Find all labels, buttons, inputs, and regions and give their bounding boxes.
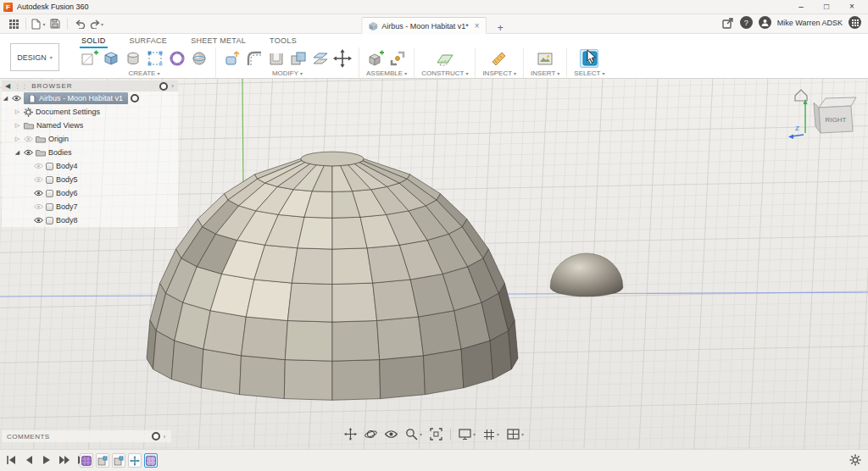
extensions-icon[interactable] [722,17,734,29]
document-icon [29,95,36,103]
tree-item-body6[interactable]: Body6 [2,186,178,200]
combine-icon[interactable] [289,49,308,68]
eye-icon[interactable] [34,217,43,224]
tree-item-named-views[interactable]: ▷ Named Views [2,119,178,132]
gear-icon [24,108,33,117]
eye-icon[interactable] [34,163,43,169]
record-icon[interactable] [159,82,168,91]
collapsed-arrow-icon[interactable]: ▷ [14,122,21,129]
tree-item-body8[interactable]: Body8 [2,213,178,227]
timeline-item-edit-form[interactable] [96,453,109,468]
panel-arrow-icon[interactable]: › [171,82,175,90]
measure-icon[interactable] [490,49,509,68]
pattern-icon[interactable] [146,49,164,68]
tab-surface[interactable]: SURFACE [128,36,170,48]
zoom-icon[interactable]: ▾ [405,428,422,441]
document-tab[interactable]: Airbus - Moon Habitat v1* × [361,17,487,34]
look-at-icon[interactable] [385,429,398,439]
eye-icon[interactable] [34,203,43,210]
tree-item-bodies[interactable]: ◢ Bodies [2,146,178,159]
body-icon [46,190,53,197]
home-icon [795,90,807,101]
eye-icon[interactable] [34,176,43,183]
new-component-icon[interactable] [366,49,385,68]
redo-icon[interactable]: ▾ [88,16,105,31]
grid-snap-icon[interactable]: ▾ [483,429,499,441]
chevron-down-icon: ▾ [557,70,559,76]
timeline-item-form-feature[interactable] [80,453,93,468]
eye-icon[interactable] [24,136,33,142]
box-icon[interactable] [102,49,120,68]
joint-icon[interactable] [388,49,407,68]
group-insert: INSERT▾ [524,47,567,78]
browser-root-row[interactable]: ◢ Airbus - Moon Habitat v1 [2,91,178,105]
avatar-icon[interactable] [759,16,771,29]
sphere-icon[interactable] [190,49,209,68]
viewports-icon[interactable]: ▾ [507,429,524,440]
fillet-icon[interactable] [245,49,264,68]
app-grid-icon[interactable] [5,16,22,31]
tab-tools[interactable]: TOOLS [268,36,298,48]
view-cube[interactable]: RIGHT Z [785,86,863,145]
step-back-button[interactable] [23,454,35,466]
tree-item-body7[interactable]: Body7 [2,200,178,213]
save-icon[interactable] [47,16,64,31]
record-icon[interactable] [152,432,160,441]
expanded-arrow-icon[interactable]: ◢ [2,95,9,102]
fit-icon[interactable] [430,428,442,441]
eye-icon[interactable] [24,149,33,156]
tab-sheet-metal[interactable]: SHEET METAL [189,36,248,48]
tree-item-origin[interactable]: ▷ Origin [2,132,178,146]
minimize-button[interactable]: – [788,0,814,14]
collapse-panel-icon[interactable]: ◀ [5,82,11,90]
insert-canvas-icon[interactable] [536,49,554,68]
eye-icon[interactable] [34,190,43,197]
new-tab-button[interactable]: + [494,22,507,34]
3d-viewport[interactable]: ◀ ⋮⋮ BROWSER › ◢ Airbus - Moon Habitat v… [0,79,868,449]
tab-solid[interactable]: SOLID [80,36,108,48]
fast-forward-button[interactable] [58,454,70,466]
tree-item-body5[interactable]: Body5 [2,173,178,186]
profile-grid-icon[interactable] [849,16,861,29]
panel-arrow-icon[interactable]: › [164,433,166,441]
press-pull-icon[interactable] [223,49,242,68]
eye-icon[interactable] [12,95,21,102]
comments-bar[interactable]: COMMENTS › [2,430,171,442]
timeline-item-selected-feature[interactable] [144,453,158,468]
cylinder-icon[interactable] [124,49,142,68]
tree-item-document-settings[interactable]: ▷ Document Settings [2,105,178,119]
select-icon[interactable] [580,49,598,68]
root-document-item[interactable]: Airbus - Moon Habitat v1 [24,92,128,104]
pan-icon[interactable] [344,428,357,441]
close-button[interactable]: × [839,0,865,14]
play-button[interactable] [41,454,53,466]
move-copy-icon[interactable] [333,49,352,68]
shell-icon[interactable] [267,49,286,68]
offset-plane-icon[interactable] [311,49,330,68]
undo-icon[interactable] [71,16,88,31]
record-icon[interactable] [131,94,139,103]
drag-grip-icon[interactable]: ⋮⋮ [14,83,28,90]
collapsed-arrow-icon[interactable]: ▷ [14,136,21,142]
chevron-down-icon: ▾ [157,70,159,76]
collapsed-arrow-icon[interactable]: ▷ [14,108,21,115]
timeline-settings-gear-icon[interactable] [849,454,861,469]
user-name[interactable]: Mike Warren ADSK [777,19,843,27]
timeline-item-edit-form[interactable] [112,453,125,468]
coil-icon[interactable] [168,49,186,68]
expanded-arrow-icon[interactable]: ◢ [14,149,21,156]
tab-close-icon[interactable]: × [475,21,480,30]
tree-item-body4[interactable]: Body4 [2,159,178,173]
design-workspace-dropdown[interactable]: DESIGN▾ [10,43,59,71]
orbit-icon[interactable] [364,428,377,441]
skip-start-button[interactable] [5,454,17,466]
browser-header[interactable]: ◀ ⋮⋮ BROWSER › [2,80,178,91]
create-sketch-icon[interactable] [80,49,98,68]
construction-plane-icon[interactable] [436,49,454,68]
display-settings-icon[interactable]: ▾ [459,429,476,440]
timeline-item-move-feature[interactable] [128,453,142,468]
chevron-down-icon: ▾ [50,54,53,60]
file-menu-icon[interactable]: ▾ [30,16,47,31]
help-icon[interactable]: ? [740,16,753,29]
maximize-button[interactable]: □ [814,0,839,14]
